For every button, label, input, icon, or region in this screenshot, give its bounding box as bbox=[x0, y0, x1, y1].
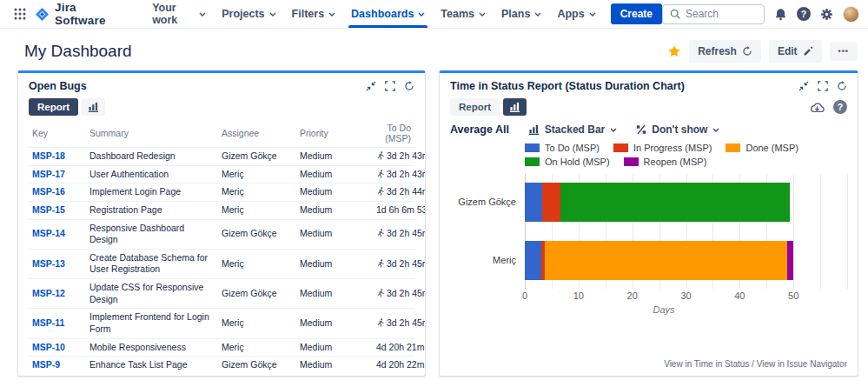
category-label: Meriç bbox=[450, 241, 516, 280]
table-row: MSP-14Responsive Dashboard DesignGizem G… bbox=[29, 219, 414, 249]
issue-todo-duration: 1d 6h 6m 53s bbox=[373, 201, 414, 219]
jira-brand[interactable]: Jira Software bbox=[35, 1, 129, 27]
refresh-icon bbox=[742, 46, 752, 57]
chart-legend: To Do (MSP)In Progress (MSP)Done (MSP)On… bbox=[525, 143, 838, 167]
col-header-summary[interactable]: Summary bbox=[86, 121, 218, 148]
app-switcher-icon[interactable] bbox=[9, 4, 31, 23]
nav-item-your-work[interactable]: Your work bbox=[144, 0, 214, 28]
favorite-star-icon[interactable] bbox=[667, 44, 681, 58]
more-options-button[interactable]: ••• bbox=[830, 42, 858, 61]
chevron-down-icon bbox=[610, 128, 617, 132]
chart-type-dropdown[interactable]: Stacked Bar bbox=[528, 123, 617, 136]
issue-key-link[interactable]: MSP-9 bbox=[32, 359, 60, 370]
issue-assignee: Gizem Gökçe bbox=[218, 148, 296, 166]
minimize-icon[interactable] bbox=[798, 81, 809, 91]
chart-x-axis: 01020304050 bbox=[525, 289, 847, 301]
issue-summary: Registration Page bbox=[86, 201, 218, 219]
x-tick-label: 50 bbox=[788, 290, 798, 301]
bar-segment bbox=[787, 241, 793, 280]
chevron-down-icon bbox=[712, 128, 719, 132]
col-header-todo[interactable]: To Do (MSP) bbox=[373, 121, 414, 148]
user-avatar[interactable] bbox=[843, 6, 859, 23]
nav-item-projects[interactable]: Projects bbox=[214, 0, 283, 28]
issue-assignee: Meriç bbox=[218, 165, 296, 183]
time-in-status-title: Time in Status Report (Status Duration C… bbox=[450, 80, 685, 92]
download-cloud-icon[interactable] bbox=[810, 102, 825, 113]
notifications-bell-icon[interactable] bbox=[774, 8, 787, 21]
issue-summary: Implement Login Page bbox=[86, 183, 218, 202]
issue-key-link[interactable]: MSP-11 bbox=[32, 317, 64, 328]
dont-show-dropdown[interactable]: Don't show bbox=[636, 123, 719, 136]
issue-todo-duration: 3d 2h 44m 50s bbox=[373, 183, 414, 202]
legend-label: To Do (MSP) bbox=[545, 143, 600, 153]
refresh-gadget-icon[interactable] bbox=[837, 81, 847, 91]
open-bugs-table: Key Summary Assignee Priority To Do (MSP… bbox=[29, 121, 414, 374]
search-icon bbox=[670, 9, 680, 19]
issue-key-link[interactable]: MSP-14 bbox=[32, 228, 65, 238]
legend-item: Reopen (MSP) bbox=[624, 157, 707, 167]
nav-item-filters[interactable]: Filters bbox=[284, 0, 344, 28]
view-issue-navigator-link[interactable]: View in Issue Navigator bbox=[757, 359, 847, 369]
open-bugs-table-body: MSP-18Dashboard RedesignGizem GökçeMediu… bbox=[29, 148, 414, 374]
expand-icon[interactable] bbox=[818, 81, 828, 91]
issue-key-link[interactable]: MSP-12 bbox=[32, 288, 65, 298]
issue-todo-duration: 4d 20h 21m 25s bbox=[373, 338, 414, 357]
nav-item-plans[interactable]: Plans bbox=[494, 0, 549, 28]
minimize-icon[interactable] bbox=[366, 81, 376, 91]
issue-key-link[interactable]: MSP-16 bbox=[32, 186, 65, 197]
legend-item: Done (MSP) bbox=[726, 143, 798, 153]
tab-report[interactable]: Report bbox=[29, 98, 78, 116]
nav-item-teams[interactable]: Teams bbox=[433, 0, 494, 28]
create-button[interactable]: Create bbox=[611, 3, 662, 24]
issue-priority: Medium bbox=[296, 338, 373, 357]
legend-swatch-icon bbox=[624, 157, 639, 166]
col-header-assignee[interactable]: Assignee bbox=[218, 121, 296, 148]
chevron-down-icon bbox=[534, 12, 541, 17]
help-icon[interactable]: ? bbox=[797, 7, 811, 21]
expand-icon[interactable] bbox=[385, 81, 395, 91]
legend-item: To Do (MSP) bbox=[525, 143, 600, 153]
issue-priority: Medium bbox=[296, 357, 373, 374]
gadget-help-icon[interactable]: ? bbox=[833, 100, 847, 114]
bar-segment bbox=[545, 241, 786, 280]
status-duration-chart: To Do (MSP)In Progress (MSP)Done (MSP)On… bbox=[450, 143, 847, 315]
table-row: MSP-15Registration PageMeriçMedium1d 6h … bbox=[29, 201, 414, 219]
issue-priority: Medium bbox=[296, 279, 373, 309]
bar-segment bbox=[525, 183, 542, 222]
category-label: Gizem Gökçe bbox=[450, 183, 516, 222]
edit-button[interactable]: Edit bbox=[769, 40, 822, 63]
x-tick-label: 30 bbox=[680, 290, 691, 301]
nav-item-dashboards[interactable]: Dashboards bbox=[343, 0, 433, 28]
col-header-priority[interactable]: Priority bbox=[296, 121, 373, 148]
percent-icon bbox=[636, 124, 646, 135]
settings-gear-icon[interactable] bbox=[820, 8, 833, 21]
issue-key-link[interactable]: MSP-15 bbox=[32, 204, 65, 215]
bar-segment bbox=[525, 241, 541, 280]
search-input[interactable] bbox=[686, 8, 757, 20]
tab-report[interactable]: Report bbox=[450, 98, 500, 116]
table-row: MSP-11Implement Frontend for Login FormM… bbox=[29, 309, 414, 338]
issue-key-link[interactable]: MSP-13 bbox=[32, 258, 65, 269]
issue-summary: Mobile Responsiveness bbox=[86, 338, 218, 357]
average-all-label[interactable]: Average All bbox=[450, 123, 509, 136]
legend-label: On Hold (MSP) bbox=[545, 157, 610, 167]
legend-swatch-icon bbox=[613, 143, 628, 152]
col-header-key[interactable]: Key bbox=[29, 121, 86, 148]
nav-menu: Your work Projects Filters Dashboards Te… bbox=[144, 0, 604, 28]
search-box[interactable] bbox=[662, 4, 765, 24]
jira-logo-icon bbox=[35, 7, 50, 22]
issue-key-link[interactable]: MSP-17 bbox=[32, 169, 65, 179]
page-title: My Dashboard bbox=[24, 42, 132, 61]
issue-todo-duration: 3d 2h 45m 22s bbox=[373, 279, 414, 309]
issue-assignee: Gizem Gökçe bbox=[218, 219, 296, 249]
nav-item-apps[interactable]: Apps bbox=[549, 0, 603, 28]
refresh-gadget-icon[interactable] bbox=[404, 81, 414, 91]
tab-chart[interactable] bbox=[503, 98, 527, 116]
tab-chart[interactable] bbox=[82, 98, 105, 116]
issue-key-link[interactable]: MSP-10 bbox=[32, 342, 65, 352]
legend-item: In Progress (MSP) bbox=[613, 143, 712, 153]
issue-key-link[interactable]: MSP-18 bbox=[32, 150, 65, 161]
issue-todo-duration: 3d 2h 45m 33s bbox=[373, 309, 414, 338]
view-time-in-status-link[interactable]: View in Time in Status bbox=[664, 359, 749, 369]
refresh-button[interactable]: Refresh bbox=[689, 40, 761, 63]
